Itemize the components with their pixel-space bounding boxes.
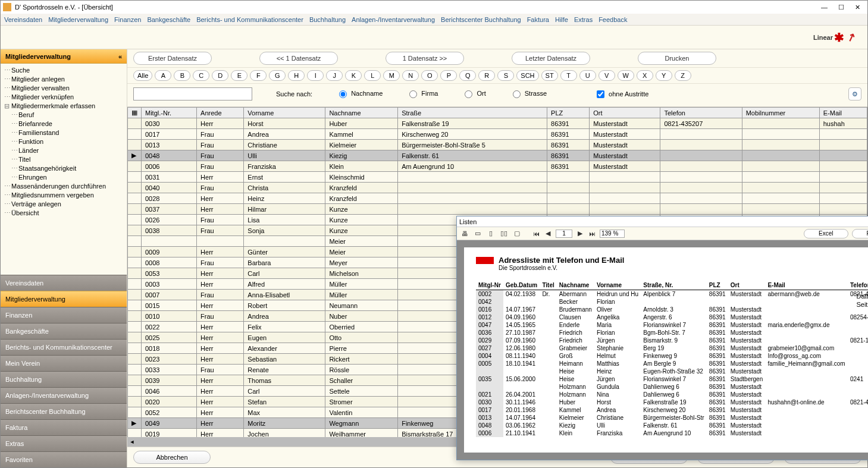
radio-firma[interactable]: Firma xyxy=(406,89,438,98)
alpha-w[interactable]: W xyxy=(618,70,634,81)
minimize-button[interactable]: — xyxy=(821,4,828,11)
radio-strasse[interactable]: Strasse xyxy=(510,89,547,98)
whole-page-icon[interactable]: ▢ xyxy=(513,230,521,238)
ohne-austritte-checkbox[interactable]: ohne Austritte xyxy=(594,89,648,100)
section-favoriten[interactable]: Favoriten xyxy=(1,451,127,467)
pdf-button[interactable]: PDF xyxy=(852,229,868,238)
alpha-m[interactable]: M xyxy=(383,70,400,81)
section-finanzen[interactable]: Finanzen xyxy=(1,307,127,323)
zoom-input[interactable] xyxy=(600,230,625,238)
excel-button[interactable]: Excel xyxy=(804,229,848,238)
maximize-button[interactable]: ☐ xyxy=(838,4,844,11)
menu-faktura[interactable]: Faktura xyxy=(527,16,549,23)
search-input[interactable] xyxy=(133,87,252,100)
collapse-icon[interactable]: « xyxy=(118,53,122,60)
menu-bankgesch-fte[interactable]: Bankgeschäfte xyxy=(147,16,190,23)
radio-nachname[interactable]: Nachname xyxy=(336,89,383,98)
alpha-t[interactable]: T xyxy=(560,70,577,81)
gear-icon[interactable]: ⚙ xyxy=(848,87,861,100)
nav-staatsangeh-rigkeit[interactable]: ⋯Staatsangehörigkeit xyxy=(2,164,126,173)
nav-briefanrede[interactable]: ⋯Briefanrede xyxy=(2,120,126,128)
table-row[interactable]: ▶0048FrauUlliKiezigFalkenstr. 6186391Mus… xyxy=(128,150,867,161)
menu-mitgliederverwaltung[interactable]: Mitgliederverwaltung xyxy=(48,16,108,23)
alpha-alle[interactable]: Alle xyxy=(133,70,152,81)
menu-berichts-und-kommunikationscenter[interactable]: Berichts- und Kommunikationscenter xyxy=(196,16,303,23)
alpha-g[interactable]: G xyxy=(269,70,286,81)
nav-l-nder[interactable]: ⋯Länder xyxy=(2,146,126,155)
menu-hilfe[interactable]: Hilfe xyxy=(555,16,568,23)
nav-suche[interactable]: ⋯Suche xyxy=(2,66,126,75)
alpha-p[interactable]: P xyxy=(440,70,457,81)
prev-button[interactable]: << 1 Datensatz xyxy=(259,52,338,65)
nav-mitgliedermerkmale-erfassen[interactable]: ⊟Mitgliedermerkmale erfassen xyxy=(2,102,126,111)
alpha-y[interactable]: Y xyxy=(656,70,672,81)
table-row[interactable]: 0030HerrHorstHuberFalkenstraße 1986391Mu… xyxy=(128,118,867,129)
first-page-icon[interactable]: ⏮ xyxy=(532,230,540,238)
nav-massen-nderungen-durchf-hren[interactable]: ⋯Massenänderungen durchführen xyxy=(2,182,126,191)
nav-titel[interactable]: ⋯Titel xyxy=(2,155,126,164)
alpha-st[interactable]: ST xyxy=(541,70,558,81)
alpha-f[interactable]: F xyxy=(250,70,267,81)
menu-feedback[interactable]: Feedback xyxy=(598,16,627,23)
last-page-icon[interactable]: ⏭ xyxy=(588,230,596,238)
table-row[interactable]: 0017FrauAndreaKammelKirschenweg 2086391M… xyxy=(128,129,867,140)
first-button[interactable]: Erster Datensatz xyxy=(133,52,212,65)
section-faktura[interactable]: Faktura xyxy=(1,419,127,435)
close-button[interactable]: ✕ xyxy=(855,4,860,11)
nav-ehrungen[interactable]: ⋯Ehrungen xyxy=(2,173,126,182)
alpha-x[interactable]: X xyxy=(637,70,653,81)
alpha-o[interactable]: O xyxy=(421,70,438,81)
nav-familienstand[interactable]: ⋯Familienstand xyxy=(2,128,126,137)
alpha-r[interactable]: R xyxy=(478,70,495,81)
page-number-input[interactable] xyxy=(556,230,572,238)
alpha-u[interactable]: U xyxy=(579,70,596,81)
menu-berichtscenter-buchhaltung[interactable]: Berichtscenter Buchhaltung xyxy=(441,16,521,23)
menu-finanzen[interactable]: Finanzen xyxy=(114,16,141,23)
print-icon[interactable]: 🖶 xyxy=(460,230,469,238)
last-button[interactable]: Letzter Datensatz xyxy=(512,52,590,65)
alpha-e[interactable]: E xyxy=(231,70,247,81)
alpha-i[interactable]: I xyxy=(307,70,324,81)
report-window[interactable]: Listen — ☐ ✕ 🖶 ▭ ▯ ▯▯ ▢ ⏮ ◀ xyxy=(456,216,868,460)
nav-mitglieder-verkn-pfen[interactable]: ⋯Mitglieder verknüpfen xyxy=(2,93,126,102)
nav-mitglieder-anlegen[interactable]: ⋯Mitglieder anlegen xyxy=(2,75,126,84)
previous-view-icon[interactable]: ▭ xyxy=(474,230,482,238)
alpha-k[interactable]: K xyxy=(345,70,362,81)
alpha-j[interactable]: J xyxy=(326,70,343,81)
next-button[interactable]: 1 Datensatz >> xyxy=(386,52,464,65)
section-vereinsdaten[interactable]: Vereinsdaten xyxy=(1,275,127,291)
radio-ort[interactable]: Ort xyxy=(462,89,485,98)
table-row[interactable]: 0040FrauChristaKranzfeld xyxy=(128,183,867,193)
menu-anlagen-inventarverwaltung[interactable]: Anlagen-/Inventarverwaltung xyxy=(352,16,435,23)
alpha-b[interactable]: B xyxy=(174,70,190,81)
next-page-icon[interactable]: ▶ xyxy=(576,230,584,238)
alpha-v[interactable]: V xyxy=(598,70,615,81)
table-row[interactable]: 0013FrauChristianeKielmeierBürgermeister… xyxy=(128,140,867,150)
alpha-l[interactable]: L xyxy=(364,70,381,81)
menu-extras[interactable]: Extras xyxy=(574,16,593,23)
print-button[interactable]: Drucken xyxy=(638,52,716,65)
alpha-h[interactable]: H xyxy=(288,70,305,81)
section-extras[interactable]: Extras xyxy=(1,435,127,451)
section-buchhaltung[interactable]: Buchhaltung xyxy=(1,371,127,387)
two-page-icon[interactable]: ▯▯ xyxy=(500,230,508,238)
menu-buchhaltung[interactable]: Buchhaltung xyxy=(309,16,346,23)
section-berichts-und-kommunikationscenter[interactable]: Berichts- und Kommunikationscenter xyxy=(1,339,127,355)
table-row[interactable]: 0006FrauFranziskaKleinAm Auengrund 10863… xyxy=(128,161,867,172)
nav--bersicht[interactable]: ⋯Übersicht xyxy=(2,209,126,218)
prev-page-icon[interactable]: ◀ xyxy=(544,230,552,238)
alpha-s[interactable]: S xyxy=(497,70,514,81)
cancel-button[interactable]: Abbrechen xyxy=(133,451,211,464)
alpha-n[interactable]: N xyxy=(402,70,419,81)
table-row[interactable]: 0037HerrHilmarKunze xyxy=(128,204,867,215)
table-row[interactable]: 0028HerrHeinzKranzfeld xyxy=(128,193,867,204)
nav-vertr-ge-anlegen[interactable]: ⋯Verträge anlegen xyxy=(2,200,126,209)
menu-vereinsdaten[interactable]: Vereinsdaten xyxy=(4,16,42,23)
nav-funktion[interactable]: ⋯Funktion xyxy=(2,137,126,146)
section-berichtscenter-buchhaltung[interactable]: Berichtscenter Buchhaltung xyxy=(1,403,127,419)
nav-mitgliedsnummern-vergeben[interactable]: ⋯Mitgliedsnummern vergeben xyxy=(2,191,126,200)
alpha-c[interactable]: C xyxy=(193,70,209,81)
alpha-sch[interactable]: SCH xyxy=(516,70,538,81)
table-row[interactable]: 0031HerrErnstKleinschmid xyxy=(128,172,867,183)
nav-mitglieder-verwalten[interactable]: ⋯Mitglieder verwalten xyxy=(2,84,126,93)
